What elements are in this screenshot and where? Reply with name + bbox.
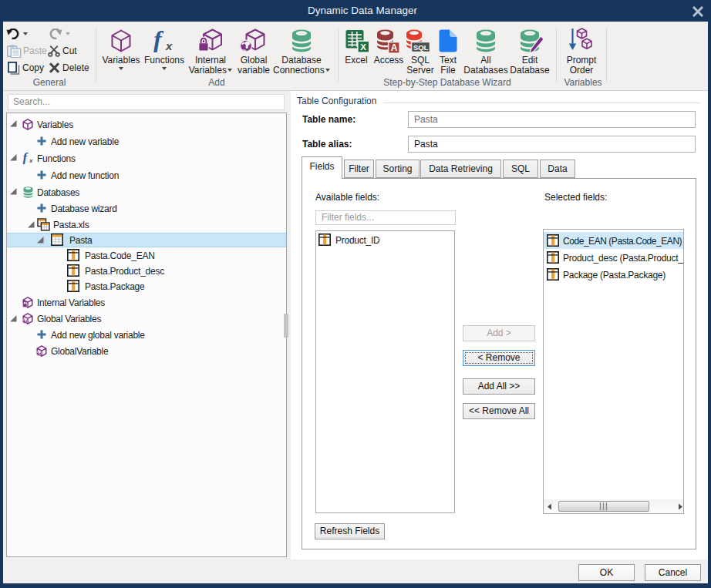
svg-text:X: X bbox=[360, 42, 366, 52]
svg-text:f: f bbox=[153, 28, 164, 52]
svg-text:A: A bbox=[391, 42, 398, 53]
svg-text:x: x bbox=[29, 157, 33, 164]
svg-text:f: f bbox=[23, 151, 29, 164]
svg-text:x: x bbox=[165, 39, 173, 52]
svg-text:SQL: SQL bbox=[413, 43, 429, 52]
